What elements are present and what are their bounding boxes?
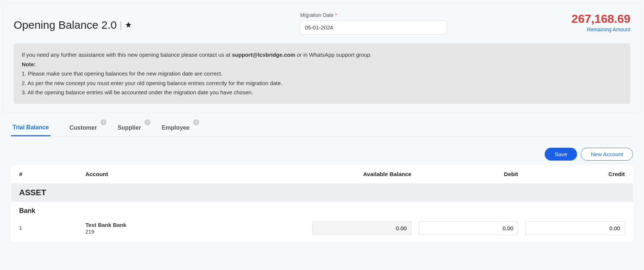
support-email: support@lcsbridge.com xyxy=(232,52,295,58)
help-icon[interactable]: ? xyxy=(100,119,106,125)
group-asset: ASSET xyxy=(11,183,633,202)
remaining-amount-value: 267,168.69 xyxy=(572,12,630,26)
account-name: Test Bank Bank xyxy=(85,222,305,228)
row-number: 1 xyxy=(19,225,85,231)
tab-employee[interactable]: Employee ? xyxy=(160,120,191,136)
col-header-debit: Debit xyxy=(411,171,518,178)
trial-balance-table: # Account Available Balance Debit Credit… xyxy=(11,165,633,242)
credit-input[interactable] xyxy=(526,221,625,235)
col-header-account: Account xyxy=(85,171,305,178)
col-header-number: # xyxy=(19,171,85,178)
tabs: Trial Balance Customer ? Supplier ? Empl… xyxy=(11,120,633,137)
remaining-amount-label[interactable]: Remaining Amount xyxy=(572,27,630,32)
header-card: Opening Balance 2.0 | Migration Date * 2… xyxy=(3,3,641,113)
col-header-available: Available Balance xyxy=(305,171,411,178)
info-line1-pre: If you need any further assistance with … xyxy=(22,52,232,58)
table-row: 1 Test Bank Bank 219 xyxy=(11,217,633,242)
help-icon[interactable]: ? xyxy=(193,119,199,125)
new-account-button[interactable]: New Account xyxy=(581,148,633,161)
note-3: 3. All the opening balance entries will … xyxy=(22,88,622,97)
note-1: 1. Please make sure that opening balance… xyxy=(22,69,622,78)
tab-employee-label: Employee xyxy=(162,125,190,131)
tab-supplier-label: Supplier xyxy=(117,125,141,131)
required-marker: * xyxy=(335,12,337,18)
note-2: 2. As per the new concept you must enter… xyxy=(22,78,622,88)
star-icon[interactable] xyxy=(125,21,132,29)
help-icon[interactable]: ? xyxy=(145,119,151,125)
debit-input[interactable] xyxy=(419,221,518,235)
title-divider: | xyxy=(120,20,122,31)
col-header-credit: Credit xyxy=(518,171,625,178)
tab-customer-label: Customer xyxy=(70,125,97,131)
migration-date-label-text: Migration Date xyxy=(300,12,333,18)
page-title: Opening Balance 2.0 xyxy=(14,19,117,31)
tab-trial-balance[interactable]: Trial Balance xyxy=(11,120,50,136)
migration-date-label: Migration Date * xyxy=(300,12,447,18)
save-button[interactable]: Save xyxy=(545,148,577,161)
info-line1-post: or in WhatsApp support group. xyxy=(295,52,372,58)
tab-customer[interactable]: Customer ? xyxy=(68,120,99,136)
info-box: If you need any further assistance with … xyxy=(14,43,630,104)
note-heading: Note: xyxy=(22,61,36,67)
migration-date-input[interactable] xyxy=(300,20,447,35)
subgroup-bank: Bank xyxy=(11,202,633,217)
available-balance-input xyxy=(312,221,411,235)
account-id: 219 xyxy=(85,229,305,235)
tab-supplier[interactable]: Supplier ? xyxy=(116,120,142,136)
